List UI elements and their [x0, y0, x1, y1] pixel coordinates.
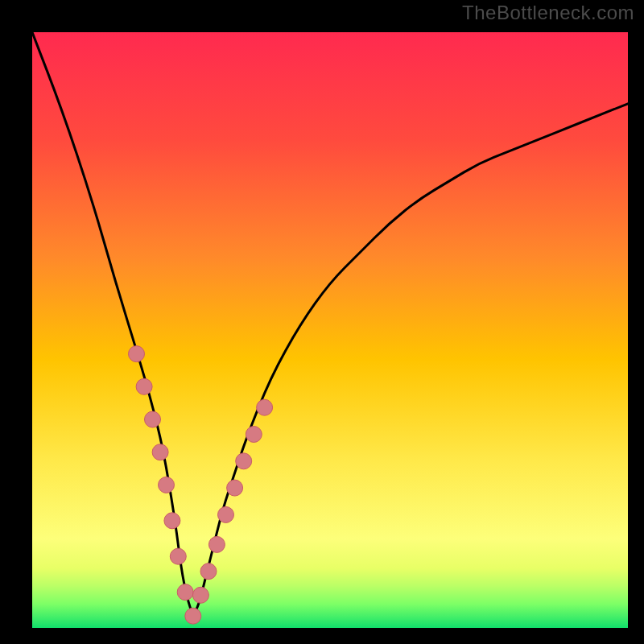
highlight-dot [145, 411, 161, 427]
highlight-dot [185, 608, 201, 624]
highlight-dot [208, 536, 225, 552]
highlight-dot [164, 513, 180, 529]
highlight-dot [136, 378, 152, 394]
highlight-dots [129, 346, 273, 625]
highlight-dot [218, 506, 234, 522]
curve-line [32, 32, 628, 613]
watermark-text: TheBottleneck.com [462, 2, 634, 24]
highlight-dot [200, 564, 217, 580]
highlight-dot [227, 480, 243, 496]
highlight-dot [152, 444, 168, 460]
plot-area [32, 32, 628, 628]
highlight-dot [159, 477, 175, 493]
highlight-dot [177, 584, 193, 601]
highlight-dot [170, 548, 186, 564]
highlight-dot [192, 587, 208, 603]
highlight-dot [236, 453, 252, 469]
highlight-dot [257, 399, 273, 415]
highlight-dot [129, 346, 145, 362]
highlight-dot [246, 427, 262, 443]
bottleneck-chart [32, 32, 628, 628]
outer-frame: TheBottleneck.com [0, 0, 644, 644]
